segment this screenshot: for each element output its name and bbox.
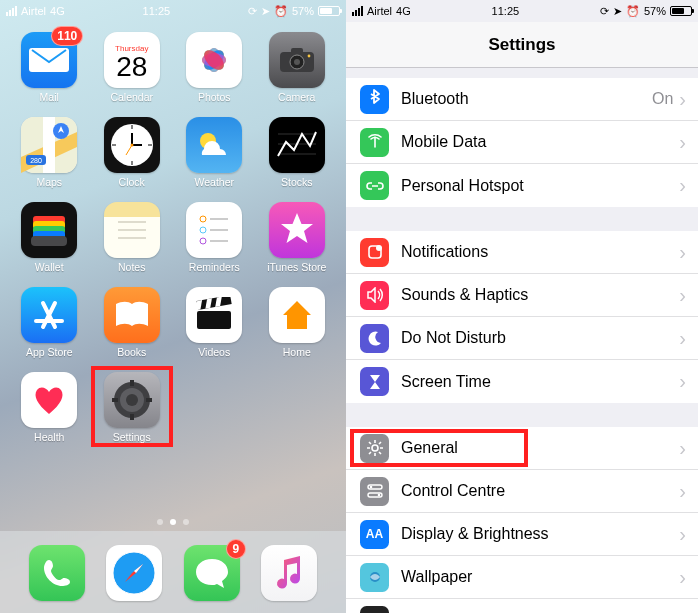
gear-icon bbox=[104, 372, 160, 428]
cell-display-brightness[interactable]: AA Display & Brightness › bbox=[346, 513, 698, 556]
app-wallet[interactable]: Wallet bbox=[18, 202, 81, 273]
cell-general[interactable]: General › bbox=[346, 427, 698, 470]
aa-icon: AA bbox=[360, 520, 389, 549]
alarm-icon: ⏰ bbox=[626, 5, 640, 18]
cell-label: Do Not Disturb bbox=[401, 329, 679, 347]
cell-label: Bluetooth bbox=[401, 90, 652, 108]
svg-rect-34 bbox=[31, 236, 67, 246]
orientation-lock-icon: ⟳ bbox=[600, 5, 609, 18]
cell-label: Control Centre bbox=[401, 482, 679, 500]
clock-icon bbox=[104, 117, 160, 173]
chevron-right-icon: › bbox=[679, 437, 686, 460]
carrier-label: Airtel bbox=[367, 5, 392, 17]
phone-icon bbox=[29, 545, 85, 601]
cell-control-centre[interactable]: Control Centre › bbox=[346, 470, 698, 513]
app-weather[interactable]: Weather bbox=[183, 117, 246, 188]
chevron-right-icon: › bbox=[679, 174, 686, 197]
app-calendar[interactable]: Thursday 28 Calendar bbox=[101, 32, 164, 103]
app-mail[interactable]: 110 Mail bbox=[18, 32, 81, 103]
cell-siri-search[interactable]: Siri & Search › bbox=[346, 599, 698, 613]
cell-mobile-data[interactable]: Mobile Data › bbox=[346, 121, 698, 164]
signal-bars-icon bbox=[352, 6, 363, 16]
switches-icon bbox=[360, 477, 389, 506]
cell-do-not-disturb[interactable]: Do Not Disturb › bbox=[346, 317, 698, 360]
notes-icon bbox=[104, 202, 160, 258]
books-icon bbox=[104, 287, 160, 343]
cell-label: Wallpaper bbox=[401, 568, 679, 586]
battery-icon bbox=[670, 6, 692, 16]
app-photos[interactable]: Photos bbox=[183, 32, 246, 103]
camera-icon bbox=[269, 32, 325, 88]
app-label: Weather bbox=[195, 176, 235, 188]
wallpaper-icon bbox=[360, 563, 389, 592]
cell-notifications[interactable]: Notifications › bbox=[346, 231, 698, 274]
chevron-right-icon: › bbox=[679, 480, 686, 503]
app-label: Settings bbox=[113, 431, 151, 443]
app-label: Clock bbox=[119, 176, 145, 188]
app-books[interactable]: Books bbox=[101, 287, 164, 358]
svg-point-42 bbox=[200, 238, 206, 244]
app-label: Camera bbox=[278, 91, 315, 103]
app-camera[interactable]: Camera bbox=[266, 32, 329, 103]
badge: 110 bbox=[51, 26, 83, 46]
app-label: Photos bbox=[198, 91, 231, 103]
alarm-icon: ⏰ bbox=[274, 5, 288, 18]
iphone-settings-screen: Airtel 4G 11:25 ⟳ ➤ ⏰ 57% Settings Bluet… bbox=[346, 0, 698, 613]
app-label: Stocks bbox=[281, 176, 313, 188]
cell-bluetooth[interactable]: Bluetooth On › bbox=[346, 78, 698, 121]
iphone-home-screen: Airtel 4G 11:25 ⟳ ➤ ⏰ 57% 110 Mail bbox=[0, 0, 346, 613]
app-maps[interactable]: 280 Maps bbox=[18, 117, 81, 188]
app-health[interactable]: Health bbox=[18, 372, 81, 443]
app-appstore[interactable]: App Store bbox=[18, 287, 81, 358]
svg-rect-55 bbox=[130, 380, 134, 386]
app-clock[interactable]: Clock bbox=[101, 117, 164, 188]
clapper-icon bbox=[186, 287, 242, 343]
cell-label: General bbox=[401, 439, 679, 457]
svg-text:280: 280 bbox=[30, 157, 42, 164]
app-notes[interactable]: Notes bbox=[101, 202, 164, 273]
chevron-right-icon: › bbox=[679, 88, 686, 111]
location-icon: ➤ bbox=[261, 5, 270, 18]
clock-label: 11:25 bbox=[143, 5, 171, 17]
cell-wallpaper[interactable]: Wallpaper › bbox=[346, 556, 698, 599]
link-icon bbox=[360, 171, 389, 200]
appstore-icon bbox=[21, 287, 77, 343]
cell-personal-hotspot[interactable]: Personal Hotspot › bbox=[346, 164, 698, 207]
location-icon: ➤ bbox=[613, 5, 622, 18]
svg-rect-9 bbox=[291, 48, 303, 54]
chevron-right-icon: › bbox=[679, 131, 686, 154]
maps-icon: 280 bbox=[21, 117, 77, 173]
app-label: Books bbox=[117, 346, 146, 358]
network-label: 4G bbox=[396, 5, 411, 17]
svg-rect-48 bbox=[197, 297, 232, 310]
svg-rect-47 bbox=[197, 311, 231, 329]
cell-label: Sounds & Haptics bbox=[401, 286, 679, 304]
app-stocks[interactable]: Stocks bbox=[266, 117, 329, 188]
messages-icon: 9 bbox=[184, 545, 240, 601]
cell-sounds-haptics[interactable]: Sounds & Haptics › bbox=[346, 274, 698, 317]
cell-screen-time[interactable]: Screen Time › bbox=[346, 360, 698, 403]
cell-value: On bbox=[652, 90, 673, 108]
app-itunes[interactable]: iTunes Store bbox=[266, 202, 329, 273]
svg-rect-57 bbox=[112, 398, 118, 402]
dock-music[interactable] bbox=[261, 543, 317, 601]
app-home[interactable]: Home bbox=[266, 287, 329, 358]
page-dots bbox=[0, 519, 346, 525]
chevron-right-icon: › bbox=[679, 566, 686, 589]
bluetooth-icon bbox=[360, 85, 389, 114]
svg-rect-56 bbox=[130, 414, 134, 420]
dock-phone[interactable] bbox=[29, 543, 85, 601]
weather-icon bbox=[186, 117, 242, 173]
badge: 9 bbox=[226, 539, 246, 559]
dock-messages[interactable]: 9 bbox=[184, 543, 240, 601]
app-videos[interactable]: Videos bbox=[183, 287, 246, 358]
dock-safari[interactable] bbox=[106, 543, 162, 601]
chevron-right-icon: › bbox=[679, 327, 686, 350]
app-reminders[interactable]: Reminders bbox=[183, 202, 246, 273]
app-label: Wallet bbox=[35, 261, 64, 273]
reminders-icon bbox=[186, 202, 242, 258]
svg-point-54 bbox=[126, 394, 138, 406]
battery-pct-label: 57% bbox=[292, 5, 314, 17]
siri-icon bbox=[360, 606, 389, 613]
app-settings[interactable]: Settings bbox=[101, 372, 164, 443]
